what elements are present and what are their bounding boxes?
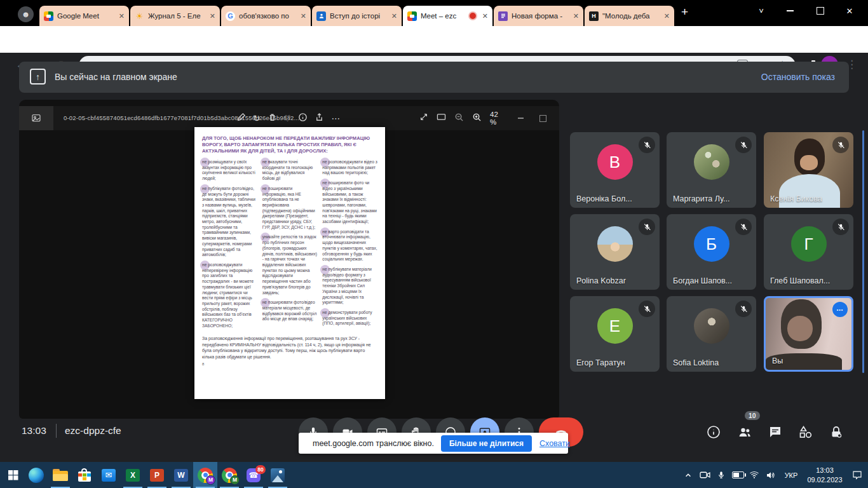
participant-name: Маргарита Лу... xyxy=(673,194,729,203)
document-column-1: не розміщувати у своїх акаунтах інформац… xyxy=(202,159,257,333)
browser-profile-icon[interactable]: ☻ xyxy=(18,6,34,22)
taskbar-edge-icon[interactable] xyxy=(24,462,48,488)
tab-molod[interactable]: H "Молодь деба ✕ xyxy=(585,6,674,26)
window-maximize-button[interactable] xyxy=(811,0,830,22)
present-screen-icon: ↑ xyxy=(30,69,46,85)
participant-tile[interactable]: Б Богдан Шапов... xyxy=(667,214,756,290)
participant-name: Глеб Шаповал... xyxy=(770,276,830,285)
participants-scrollbar[interactable] xyxy=(862,130,864,373)
participants-icon[interactable] xyxy=(737,424,752,440)
doc-rule-item: не розповсюджувати відео з напрямками по… xyxy=(322,159,377,176)
taskbar-chrome-active-icon[interactable]: M xyxy=(193,462,217,488)
browser-tab-strip: ☻ Google Meet ✕ ☀ Журнал 5 - Еле ✕ G обо… xyxy=(0,0,868,26)
new-tab-button[interactable]: + xyxy=(681,5,688,19)
host-controls-lock-icon[interactable] xyxy=(829,424,844,440)
participant-tile[interactable]: В Вероніка Бол... xyxy=(570,132,660,208)
tab-close-icon[interactable]: ✕ xyxy=(482,12,488,20)
taskbar-explorer-icon[interactable] xyxy=(48,462,72,488)
mic-muted-icon xyxy=(639,301,655,317)
tab-vstup[interactable]: Вступ до історі ✕ xyxy=(312,6,402,26)
viewer-minimize-button[interactable] xyxy=(518,118,524,119)
tray-camera-icon[interactable] xyxy=(696,471,713,479)
chat-icon[interactable] xyxy=(768,424,783,440)
tab-close-icon[interactable]: ✕ xyxy=(664,12,670,20)
info-icon[interactable] xyxy=(298,112,308,125)
participant-name: Егор Таратун xyxy=(576,358,625,367)
tray-volume-icon[interactable] xyxy=(763,471,779,480)
taskbar-powerpoint-icon[interactable]: P xyxy=(145,462,169,488)
participant-tile[interactable]: Е Егор Таратун xyxy=(570,296,660,372)
edit-icon[interactable] xyxy=(236,112,246,125)
tab-close-icon[interactable]: ✕ xyxy=(301,12,306,20)
mic-muted-icon xyxy=(832,219,849,235)
self-video-tile[interactable]: ••• Вы xyxy=(764,296,853,372)
doc-rule-item: не поширювати фото/відео матеріали місце… xyxy=(262,300,318,322)
stop-presenting-button[interactable]: Остановить показ xyxy=(761,62,835,93)
tray-date: 09.02.2023 xyxy=(803,475,846,484)
window-minimize-button[interactable] xyxy=(780,0,799,22)
taskbar-word-icon[interactable]: W xyxy=(169,462,193,488)
taskbar-photos-icon[interactable] xyxy=(266,462,290,488)
activities-icon[interactable] xyxy=(798,424,813,440)
tab-close-icon[interactable]: ✕ xyxy=(119,12,125,20)
tray-mic-icon[interactable] xyxy=(713,470,729,480)
zoom-in-icon[interactable] xyxy=(472,112,482,125)
tray-chevron-icon[interactable] xyxy=(680,471,696,479)
tab-meet-active[interactable]: Meet – ezc ✕ xyxy=(403,6,492,26)
rotate-icon[interactable]: ↻ xyxy=(253,113,261,123)
tray-battery-icon[interactable] xyxy=(729,471,746,478)
tab-label: Журнал 5 - Еле xyxy=(148,12,207,20)
zoom-out-icon[interactable] xyxy=(454,112,464,125)
taskbar-viber-icon[interactable]: ☎ 80 xyxy=(241,462,266,488)
taskbar-chrome-2-icon[interactable]: M xyxy=(217,462,241,488)
doc-rule-item: не розміщувати у своїх акаунтах інформац… xyxy=(202,159,257,182)
start-button[interactable] xyxy=(3,462,24,488)
window-menu-chevron-icon[interactable]: ˅ xyxy=(752,0,771,22)
taskbar-excel-icon[interactable]: X xyxy=(121,462,145,488)
meet-favicon xyxy=(44,11,53,21)
slideshow-icon[interactable] xyxy=(437,112,446,124)
tab-close-icon[interactable]: ✕ xyxy=(573,12,579,20)
share-file-icon[interactable] xyxy=(315,112,324,125)
avatar xyxy=(597,226,633,262)
tile-options-kebab-icon[interactable]: ••• xyxy=(832,302,848,317)
action-center-icon[interactable] xyxy=(846,470,868,480)
participant-tile[interactable]: Sofia Loktina xyxy=(667,296,756,372)
tab-zhurnal[interactable]: ☀ Журнал 5 - Еле ✕ xyxy=(130,6,220,26)
avatar xyxy=(694,308,729,344)
participant-tile-video[interactable]: Ксенія Бикова xyxy=(764,132,853,208)
participant-tile[interactable]: Г Глеб Шаповал... xyxy=(764,214,853,290)
tab-close-icon[interactable]: ✕ xyxy=(210,12,215,20)
delete-icon[interactable] xyxy=(268,112,277,125)
stop-sharing-button[interactable]: Більше не ділитися xyxy=(441,435,532,452)
participant-name: Вы xyxy=(772,356,783,365)
fullscreen-icon[interactable] xyxy=(419,112,428,124)
participant-name: Ксенія Бикова xyxy=(770,194,822,203)
participant-count-badge: 10 xyxy=(745,411,760,420)
hide-notification-link[interactable]: Сховати xyxy=(539,439,570,448)
doc-rule-item: не поширювати інформацію, яка НЕ опублік… xyxy=(262,186,318,231)
window-close-button[interactable]: ✕ xyxy=(840,0,859,22)
mic-muted-icon xyxy=(639,219,655,235)
taskbar-store-icon[interactable] xyxy=(72,462,97,488)
sun-favicon: ☀ xyxy=(135,11,144,21)
tab-list: Google Meet ✕ ☀ Журнал 5 - Еле ✕ G обов'… xyxy=(39,6,674,26)
meeting-details-icon[interactable] xyxy=(706,424,721,440)
participant-name: Богдан Шапов... xyxy=(673,276,732,285)
tab-google-meet[interactable]: Google Meet ✕ xyxy=(39,6,129,26)
tab-close-icon[interactable]: ✕ xyxy=(391,12,397,20)
taskbar-mail-icon[interactable]: ✉ xyxy=(97,462,121,488)
tray-wifi-icon[interactable] xyxy=(746,471,763,479)
photos-app-icon xyxy=(19,106,53,130)
tab-search[interactable]: G обов'язково по ✕ xyxy=(221,6,311,26)
tab-label: Google Meet xyxy=(57,12,116,20)
tab-forma[interactable]: Новая форма - ✕ xyxy=(494,6,583,26)
participant-tile[interactable]: Polina Kobzar xyxy=(570,214,660,290)
more-ellipsis-icon[interactable]: ⋯ xyxy=(331,113,340,123)
tray-clock[interactable]: 13:03 09.02.2023 xyxy=(803,466,846,484)
tray-language-indicator[interactable]: УКР xyxy=(779,471,803,479)
zoom-level: 42 % xyxy=(490,111,498,126)
favorite-heart-icon[interactable]: ♡ xyxy=(284,114,292,123)
participant-tile[interactable]: Маргарита Лу... xyxy=(667,132,756,208)
viewer-restore-button[interactable] xyxy=(539,115,546,122)
